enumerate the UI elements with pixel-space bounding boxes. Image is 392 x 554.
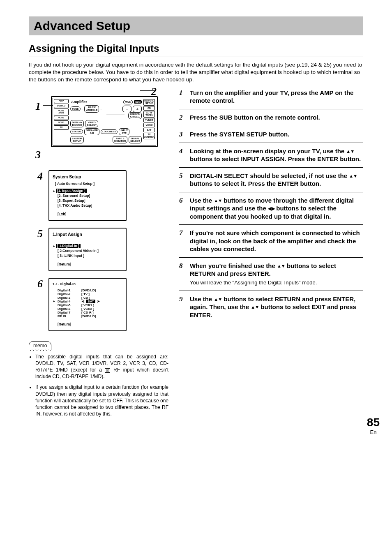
remote-vcr1: VCR1 /DVR	[54, 108, 69, 115]
step9-text: Use the ▲▼ buttons to select RETURN and …	[190, 295, 363, 319]
osd4-item-3: [3. Expert Setup]	[58, 198, 122, 203]
minus-button: –	[122, 106, 131, 112]
remote-tv: TV	[54, 125, 69, 130]
remote-dvdld: DVD/LD	[54, 104, 69, 108]
step1-num: 1	[179, 89, 186, 105]
osd4-sub: [ Auto Surround Setup ]	[55, 182, 122, 186]
osd5-title: 1.Input Assign	[53, 232, 122, 237]
status-btn: STATUS	[70, 129, 83, 134]
osd4-item-2: [2. Surround Setup]	[58, 193, 122, 198]
memo-badge: memo	[29, 341, 51, 350]
step6-text: Use the ▲▼ buttons to move through the d…	[190, 196, 363, 221]
remote-left-column: AMP DVD/LD VCR1 /DVR VCR2 VCR3 TV	[54, 99, 69, 144]
osd-screen-6: 6 1.1. Digital-In Digital-1[DVD/LD] Digi…	[29, 278, 168, 331]
step-6: 6 Use the ▲▼ buttons to move through the…	[179, 192, 363, 225]
updown-icon: ▲▼	[251, 305, 259, 309]
step9-num: 9	[179, 295, 186, 319]
step3-text: Press the SYSTEM SETUP button.	[190, 130, 363, 138]
plus-button: +	[133, 106, 142, 112]
step-5: 5 DIGITAL-IN SELECT should be selected, …	[179, 168, 363, 192]
remote-cdr: CD-R/ TAPE1	[143, 111, 155, 118]
memo-bullet-1: The possible digital inputs that can be …	[35, 353, 168, 380]
step-3: 3 Press the SYSTEM SETUP button.	[179, 126, 363, 143]
osd5-item-1: [ 1.Digital-In ]	[58, 243, 122, 248]
page-title: Advanced Setup	[34, 19, 358, 33]
remote-vcr3: VCR3	[54, 120, 69, 125]
updown-icon: ▲▼	[349, 173, 357, 178]
leftright-icon: ◀ ▶	[268, 206, 274, 211]
updown-icon: ▲▼	[346, 149, 354, 154]
step5-text: DIGITAL-IN SELECT should be selected, if…	[190, 172, 363, 188]
step4-text: Looking at the on-screen display on your…	[190, 147, 363, 163]
remote-tvcontrol: TV CONTROL	[143, 133, 155, 140]
remote-vcr2: VCR2	[54, 116, 69, 120]
remote-diagram: 2 1 3 AMP DVD/LD VCR1 /DVR VCR2 VCR3 TV	[29, 88, 168, 161]
osd-screen-4: 4 System Setup [ Auto Surround Setup ] […	[29, 170, 168, 221]
step8-text: When you're finished use the ▲▼ buttons …	[190, 262, 363, 286]
step-4: 4 Looking at the on-screen display on yo…	[179, 143, 363, 168]
updown-icon: ▲▼	[214, 198, 222, 203]
system-setup-btn: SYSTEM SETUP	[70, 136, 84, 143]
callout-1: 1	[35, 100, 41, 113]
osd5-item-3: [ 3.i.LINK Input ]	[58, 253, 122, 258]
loudness-btn: LOUDNESS	[101, 129, 118, 134]
remote-cd: CD	[143, 106, 155, 111]
remote-video: VIDEO	[143, 123, 155, 127]
amplifier-label: Amplifier	[70, 100, 87, 104]
section-title: Assigning the Digital Inputs	[29, 43, 363, 56]
osd5-item-2: [ 2.Component Video In ]	[58, 248, 122, 253]
dolby-icon: ▯▯	[105, 368, 110, 373]
remote-center: Amplifier MAIN SUB TONE – BASS/ ATREBLE …	[69, 99, 143, 144]
step8-num: 8	[179, 262, 186, 286]
step2-text: Press the SUB button on the remote contr…	[190, 113, 363, 122]
updown-icon: ▲▼	[277, 263, 285, 268]
remote-sat: SAT	[143, 128, 155, 132]
video-select: VIDEO SELECT	[85, 120, 98, 127]
speaker-ab: SPEAKER A/B	[84, 128, 99, 136]
osd4-exit: [Exit]	[58, 212, 122, 216]
intro-paragraph: If you did not hook up your digital equi…	[29, 61, 363, 84]
remote-right-column: REMOTE SETUP CD CD-R/ TAPE1 TUNER VIDEO …	[143, 99, 155, 144]
remote-tuner: TUNER	[143, 118, 155, 122]
osd4-item-1: [1. Input Assign ]	[58, 188, 122, 193]
effect-btn: EFFECT/ CH SEL.	[128, 112, 142, 120]
step4-num: 4	[179, 147, 186, 163]
step-8: 8 When you're finished use the ▲▼ button…	[179, 258, 363, 291]
osd4-title: System Setup	[53, 174, 122, 179]
osd4-item-4: [4. THX Audio Setup]	[58, 203, 122, 208]
step7-num: 7	[179, 229, 186, 253]
updown-icon: ▲▼	[214, 297, 222, 302]
main-pill: MAIN	[123, 100, 133, 104]
osd5-exit: [Return]	[58, 262, 122, 266]
tape2-monitor: TAPE 2 MONITOR	[113, 136, 127, 143]
step-9: 9 Use the ▲▼ buttons to select RETURN an…	[179, 291, 363, 323]
steps-column: 1 Turn on the amplifier and your TV, pre…	[179, 88, 363, 422]
remote-setup: REMOTE SETUP	[143, 99, 155, 106]
step8-subtext: You will leave the "Assigning the Digita…	[190, 279, 363, 286]
page-number: 85 En	[367, 416, 380, 435]
display-dimmer: DISPLAY DIMMER	[70, 120, 84, 127]
input-att: INPUT ATT.	[119, 128, 129, 136]
bass-btn: BASS/ ATREBLE	[84, 105, 99, 113]
osd-screen-5: 5 1.Input Assign [ 1.Digital-In ] [ 2.Co…	[29, 228, 168, 271]
step-2: 2 Press the SUB button on the remote con…	[179, 109, 363, 126]
memo-bullet-2: If you assign a digital input to a certa…	[35, 384, 168, 417]
step3-num: 3	[179, 130, 186, 138]
step6-num: 6	[179, 196, 186, 221]
callout-3: 3	[35, 149, 41, 161]
step7-text: If you're not sure which component is co…	[190, 229, 363, 253]
step-7: 7 If you're not sure which component is …	[179, 225, 363, 258]
osd6-num: 6	[29, 278, 43, 290]
step-1: 1 Turn on the amplifier and your TV, pre…	[179, 88, 363, 109]
osd5-num: 5	[29, 228, 43, 240]
title-bar: Advanced Setup	[29, 16, 363, 35]
step2-num: 2	[179, 113, 186, 122]
osd6-title: 1.1. Digital-In	[53, 282, 122, 286]
osd6-table: Digital-1[DVD/LD] Digital-2[ TV ] Digita…	[58, 289, 122, 318]
signal-select: SIGNAL SELECT	[129, 136, 142, 143]
osd4-num: 4	[29, 170, 43, 182]
remote-amp: AMP	[54, 99, 69, 104]
osd6-exit: [Return]	[58, 322, 122, 326]
sub-pill: SUB	[134, 100, 142, 104]
step5-num: 5	[179, 172, 186, 188]
